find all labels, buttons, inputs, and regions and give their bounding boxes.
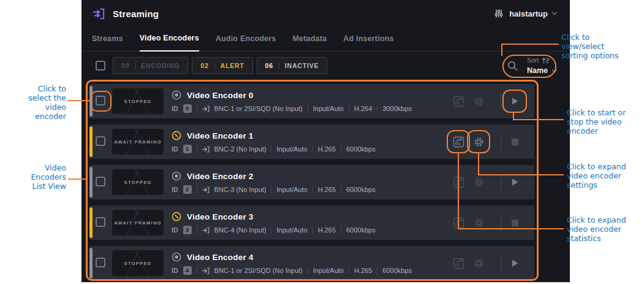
list-view-highlight-border (86, 80, 539, 281)
filter-toolbar: 00 ENCODING 02 ALERT 06 INACTIVE (81, 52, 570, 80)
filter-alert[interactable]: 02 ALERT (192, 57, 252, 74)
user-name: haistartup (509, 9, 548, 18)
inactive-label: INACTIVE (285, 62, 319, 69)
connector-line (501, 44, 502, 56)
select-all-checkbox[interactable] (96, 61, 105, 71)
tab-video-encoders[interactable]: Video Encoders (140, 34, 199, 52)
alert-label: ALERT (221, 62, 244, 69)
app-header: Streaming haistartup (81, 0, 570, 27)
sliders-icon (494, 9, 504, 18)
filter-inactive[interactable]: 06 INACTIVE (257, 57, 328, 74)
connector-line (68, 178, 86, 180)
status-filters: 00 ENCODING 02 ALERT 06 INACTIVE (113, 57, 327, 74)
tab-metadata[interactable]: Metadata (292, 34, 327, 51)
tab-streams[interactable]: Streams (92, 34, 123, 51)
tab-bar: Streams Video Encoders Audio Encoders Me… (81, 27, 570, 52)
connector-line (67, 100, 91, 101)
tab-ad-insertions[interactable]: Ad Insertions (343, 34, 393, 51)
inactive-count: 06 (265, 62, 273, 69)
filter-encoding[interactable]: 00 ENCODING (113, 57, 188, 74)
connector-line (458, 153, 459, 229)
encoding-count: 00 (121, 62, 129, 69)
connector-line (513, 119, 564, 120)
start-stop-highlight-ring (502, 90, 527, 113)
annotation-statistics: Click to expand video encoder statistics (567, 215, 626, 243)
divider (135, 63, 135, 69)
annotation-select-encoder: Click to select the video encoder (10, 84, 66, 121)
page-title: Streaming (113, 9, 159, 19)
annotation-settings: Click to expand video encoder settings (567, 162, 626, 190)
annotation-sorting: Click to view/select sorting options (561, 33, 619, 60)
tab-audio-encoders[interactable]: Audio Encoders (216, 34, 276, 51)
user-menu[interactable]: haistartup (494, 9, 556, 18)
encoding-label: ENCODING (141, 62, 180, 69)
divider (214, 63, 215, 69)
alert-count: 02 (200, 62, 208, 69)
settings-highlight-ring (467, 130, 490, 153)
divider (279, 63, 279, 69)
annotation-start-stop: Click to start or stop the video encoder (567, 108, 626, 136)
connector-line (478, 174, 564, 175)
connector-line (478, 153, 479, 175)
annotation-list-view: Video Encoders List View (10, 163, 66, 191)
checkbox-highlight-ring (91, 91, 112, 112)
sort-highlight-ring (502, 55, 556, 78)
statistics-highlight-ring (447, 130, 470, 153)
connector-line (458, 228, 564, 229)
streaming-icon (92, 7, 106, 21)
chevron-down-icon (552, 10, 557, 15)
connector-line (501, 44, 559, 45)
